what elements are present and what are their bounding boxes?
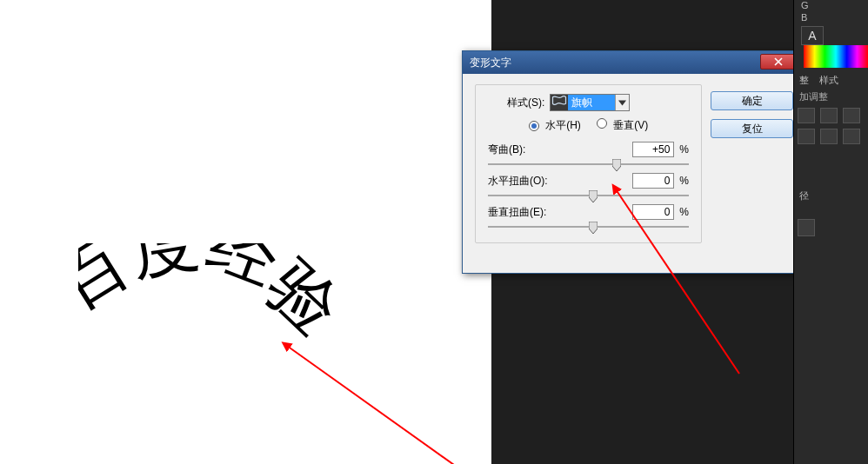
character-panel-icon[interactable]: A: [801, 26, 824, 45]
vdistort-label: 垂直扭曲(E):: [488, 205, 546, 220]
style-combobox[interactable]: 旗帜: [550, 94, 630, 111]
bend-slider[interactable]: [488, 161, 689, 168]
adjust-hue-icon[interactable]: [843, 129, 860, 144]
hdistort-label: 水平扭曲(O):: [488, 174, 548, 189]
slider-thumb-icon[interactable]: [589, 222, 598, 234]
adjust-curves-icon[interactable]: [843, 108, 860, 123]
bend-label: 弯曲(B):: [488, 143, 525, 157]
right-panels: G B A 整 样式 加调整 径: [793, 0, 868, 464]
tab-whole[interactable]: 整: [794, 71, 814, 89]
adjust-vibrance-icon[interactable]: [820, 129, 838, 144]
swatches-strip[interactable]: [804, 45, 868, 68]
adjustment-icons: [798, 108, 860, 144]
flag-icon: [551, 95, 568, 110]
radio-icon: [529, 121, 539, 131]
rgb-labels: G B: [801, 0, 809, 23]
orientation-horizontal[interactable]: 水平(H): [529, 118, 581, 133]
paths-icon[interactable]: [798, 219, 815, 236]
dialog-title: 变形文字: [470, 56, 511, 70]
chevron-down-icon: [615, 95, 629, 110]
adjust-levels-icon[interactable]: [820, 108, 838, 123]
style-label: 样式(S):: [507, 96, 544, 110]
radio-icon: [597, 118, 607, 129]
orientation-vertical[interactable]: 垂直(V): [597, 118, 648, 133]
bend-unit: %: [679, 143, 689, 156]
close-icon: [774, 57, 783, 66]
svg-line-2: [287, 346, 454, 464]
style-selected: 旗帜: [568, 95, 615, 110]
canvas-text: 百度经验: [78, 243, 355, 348]
close-button[interactable]: [760, 54, 797, 70]
annotation-arrow-icon: [280, 339, 463, 464]
svg-rect-1: [804, 45, 868, 68]
panel-tabs[interactable]: 整 样式: [794, 71, 868, 89]
bend-input[interactable]: +50: [632, 142, 674, 157]
slider-thumb-icon[interactable]: [589, 190, 598, 202]
bend-slider-row: 弯曲(B): +50 %: [488, 142, 689, 168]
adjust-exposure-icon[interactable]: [798, 129, 815, 144]
dialog-titlebar[interactable]: 变形文字: [463, 51, 802, 74]
tab-styles[interactable]: 样式: [814, 71, 844, 89]
ok-button[interactable]: 确定: [711, 91, 793, 110]
add-adjustment-label: 加调整: [799, 90, 828, 103]
reset-button[interactable]: 复位: [711, 119, 793, 138]
svg-line-3: [616, 189, 739, 374]
svg-text:百度经验: 百度经验: [78, 243, 355, 348]
slider-thumb-icon[interactable]: [612, 159, 621, 171]
adjust-brightness-icon[interactable]: [798, 108, 815, 123]
paths-label: 径: [799, 189, 809, 202]
annotation-arrow-icon: [609, 182, 748, 386]
